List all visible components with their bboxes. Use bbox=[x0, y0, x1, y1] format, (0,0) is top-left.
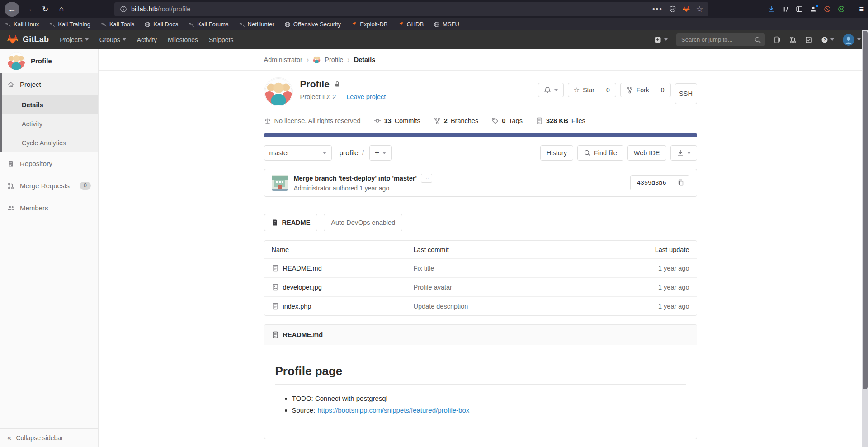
bookmark-kali-docs[interactable]: Kali Docs bbox=[144, 21, 178, 28]
download-source-dropdown[interactable] bbox=[670, 145, 697, 161]
readme-card-header[interactable]: README.md bbox=[264, 325, 697, 345]
file-name[interactable]: README.md bbox=[283, 265, 322, 272]
sidebar-item-repository[interactable]: Repository bbox=[0, 152, 98, 175]
table-row[interactable]: developer.jpg Profile avatar 1 year ago bbox=[264, 277, 697, 296]
auto-devops-button[interactable]: Auto DevOps enabled bbox=[324, 214, 402, 231]
downloads-icon[interactable] bbox=[768, 5, 775, 13]
page-actions-icon[interactable]: ••• bbox=[652, 5, 663, 13]
search-input[interactable] bbox=[676, 33, 765, 46]
branch-icon bbox=[434, 117, 441, 124]
nav-projects[interactable]: Projects bbox=[60, 36, 89, 43]
file-name[interactable]: developer.jpg bbox=[283, 284, 322, 291]
readme-body: Profile page TODO: Connect with postgres… bbox=[264, 345, 697, 439]
extension-m-icon[interactable] bbox=[838, 5, 845, 13]
nav-activity[interactable]: Activity bbox=[137, 36, 157, 43]
new-menu-button[interactable] bbox=[654, 36, 668, 43]
fork-button[interactable]: Fork bbox=[621, 83, 655, 97]
bookmark-nethunter[interactable]: NetHunter bbox=[239, 21, 274, 28]
chevron-down-icon bbox=[830, 38, 834, 41]
file-last-commit[interactable]: Fix title bbox=[414, 265, 622, 272]
web-ide-button[interactable]: Web IDE bbox=[627, 145, 666, 161]
user-menu[interactable] bbox=[843, 34, 861, 46]
nav-milestones[interactable]: Milestones bbox=[168, 36, 198, 43]
help-menu[interactable] bbox=[821, 36, 834, 43]
last-commit-panel: Merge branch 'test-deploy' into 'master'… bbox=[264, 169, 697, 197]
bookmark-kali-linux[interactable]: Kali Linux bbox=[5, 21, 39, 28]
notifications-dropdown[interactable] bbox=[538, 83, 564, 97]
tags-stat[interactable]: 0 Tags bbox=[491, 117, 523, 124]
document-icon bbox=[272, 303, 279, 310]
sidebar-item-project[interactable]: Project bbox=[0, 73, 98, 95]
star-count[interactable]: 0 bbox=[600, 83, 616, 97]
back-button[interactable]: ← bbox=[5, 2, 19, 17]
page-scrollbar[interactable] bbox=[862, 30, 868, 447]
table-row[interactable]: index.php Update description 1 year ago bbox=[264, 296, 697, 315]
url-bar[interactable]: bitlab.htb/root/profile ••• ☆ bbox=[114, 2, 708, 16]
account-icon[interactable] bbox=[810, 5, 817, 13]
bookmark-kali-tools[interactable]: Kali Tools bbox=[100, 21, 134, 28]
site-info-icon[interactable] bbox=[120, 5, 127, 13]
home-button[interactable]: ⌂ bbox=[55, 2, 68, 16]
find-file-button[interactable]: Find file bbox=[577, 145, 623, 161]
sidebar-item-details[interactable]: Details bbox=[0, 95, 98, 114]
readme-button[interactable]: README bbox=[264, 214, 318, 231]
kali-icon bbox=[49, 21, 55, 28]
bookmark-exploit-db[interactable]: Exploit-DB bbox=[351, 21, 387, 28]
table-row[interactable]: README.md Fix title 1 year ago bbox=[264, 258, 697, 277]
collapse-icon: « bbox=[7, 433, 11, 442]
file-last-commit[interactable]: Update description bbox=[414, 303, 622, 310]
star-button[interactable]: ☆ Star bbox=[568, 83, 600, 97]
commits-stat[interactable]: 13 Commits bbox=[374, 117, 420, 124]
bookmark-offensive-security[interactable]: Offensive Security bbox=[284, 21, 341, 28]
breadcrumb-administrator[interactable]: Administrator bbox=[264, 56, 302, 63]
bookmark-msfu[interactable]: MSFU bbox=[434, 21, 459, 28]
merge-requests-icon[interactable] bbox=[789, 36, 797, 43]
reload-button[interactable]: ↻ bbox=[38, 2, 52, 16]
chevron-down-icon bbox=[554, 89, 558, 91]
copy-sha-button[interactable] bbox=[673, 176, 689, 190]
file-last-commit[interactable]: Profile avatar bbox=[414, 284, 622, 291]
license-stat[interactable]: No license. All rights reserved bbox=[264, 117, 361, 124]
bookmark-ghdb[interactable]: GHDB bbox=[398, 21, 424, 28]
forward-button[interactable]: → bbox=[22, 2, 36, 16]
bookmark-star-icon[interactable]: ☆ bbox=[696, 5, 703, 14]
leave-project-link[interactable]: Leave project bbox=[346, 93, 386, 100]
path-project[interactable]: profile bbox=[340, 149, 359, 157]
library-icon[interactable] bbox=[782, 5, 789, 13]
sidebars-icon[interactable] bbox=[796, 5, 803, 13]
commit-title[interactable]: Merge branch 'test-deploy' into 'master' bbox=[294, 175, 417, 182]
history-button[interactable]: History bbox=[540, 145, 573, 161]
commit-expand-button[interactable]: … bbox=[421, 174, 432, 183]
tracking-shield-icon[interactable] bbox=[669, 5, 676, 13]
bookmark-kali-training[interactable]: Kali Training bbox=[49, 21, 90, 28]
collapse-sidebar-button[interactable]: « Collapse sidebar bbox=[0, 428, 98, 447]
fork-count[interactable]: 0 bbox=[655, 83, 670, 97]
branch-select[interactable]: master bbox=[264, 145, 332, 161]
bookmark-kali-forums[interactable]: Kali Forums bbox=[188, 21, 228, 28]
nav-groups[interactable]: Groups bbox=[99, 36, 126, 43]
clone-protocol-button[interactable]: SSH bbox=[675, 83, 697, 104]
branches-stat[interactable]: 2 Branches bbox=[434, 117, 478, 124]
sidebar-item-members[interactable]: Members bbox=[0, 197, 98, 219]
sidebar-item-merge-requests[interactable]: Merge Requests 0 bbox=[0, 175, 98, 197]
language-bar[interactable] bbox=[264, 133, 697, 137]
commit-sha[interactable]: 4359d3b6 bbox=[631, 176, 673, 190]
plus-icon: + bbox=[375, 148, 379, 157]
extension-blocker-icon[interactable] bbox=[824, 5, 831, 13]
sidebar-context-header[interactable]: Profile bbox=[0, 49, 98, 73]
sidebar-item-activity[interactable]: Activity bbox=[0, 114, 98, 133]
scrollbar-thumb[interactable] bbox=[863, 31, 868, 389]
bootsnipp-link[interactable]: https://bootsnipp.com/snippets/featured/… bbox=[317, 406, 469, 414]
license-scale-icon bbox=[264, 117, 271, 124]
sidebar-item-cycle-analytics[interactable]: Cycle Analytics bbox=[0, 133, 98, 152]
files-stat[interactable]: 328 KB Files bbox=[536, 117, 585, 124]
issues-icon[interactable] bbox=[774, 36, 781, 43]
breadcrumb-project[interactable]: Profile bbox=[325, 56, 343, 63]
gitlab-logo[interactable]: GitLab bbox=[7, 34, 49, 45]
file-name[interactable]: index.php bbox=[283, 303, 311, 310]
add-file-dropdown[interactable]: + bbox=[369, 145, 392, 161]
menu-icon[interactable]: ≡ bbox=[859, 5, 863, 14]
commit-meta: Administrator authored 1 year ago bbox=[294, 185, 432, 192]
todos-icon[interactable] bbox=[805, 36, 812, 43]
nav-snippets[interactable]: Snippets bbox=[209, 36, 233, 43]
